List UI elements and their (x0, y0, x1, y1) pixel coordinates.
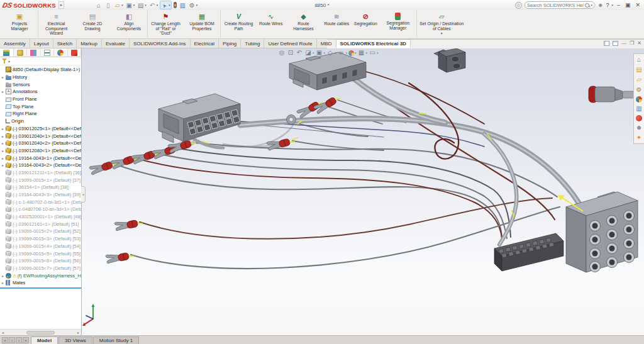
command-tab[interactable]: Piping (219, 39, 241, 48)
tree-item[interactable]: ▸ ⚠ (f) EWRoutingAssyHarness_HB( (0, 272, 81, 279)
command-tab[interactable]: MBD (317, 39, 336, 48)
scroll-right-icon[interactable]: ▸ (75, 330, 81, 335)
scroll-left-icon[interactable]: ◂ (0, 330, 6, 335)
tree-item[interactable]: ▸ ⚠ Annotations (0, 88, 81, 96)
view-tool-button[interactable]: ▾ (338, 49, 348, 57)
dropdown-arrow-icon[interactable]: ▾ (377, 51, 379, 55)
tree-item[interactable]: ▸ ⚠ (-) 039012161<1> (Default) [51] (0, 220, 81, 228)
ribbon-button[interactable]: Update BOM Properties ▾ (184, 11, 220, 38)
tree-item[interactable]: ▸ ⚠ (-) 19099-0015<6> (Default) [56] (0, 257, 81, 265)
expand-arrow-icon[interactable]: ▸ (2, 134, 6, 138)
viewport-split-icon[interactable] (604, 41, 609, 46)
manager-tab[interactable] (27, 48, 41, 57)
ribbon-button[interactable]: Set Origin / Destination of Cables ▾ (416, 11, 467, 38)
quick-access-button[interactable]: ▾ (94, 1, 103, 9)
ribbon-button[interactable]: Projects Manager ▾ (1, 11, 38, 38)
tree-item[interactable]: ▸ ⚠ (-) 19164-0043<2> (Default<<Defau (0, 162, 81, 169)
task-pane-tab[interactable] (635, 66, 643, 74)
motionbar-nav-button[interactable]: ‹ (9, 337, 15, 343)
command-tab[interactable]: Assembly (0, 39, 30, 48)
task-pane-tab[interactable] (635, 56, 643, 64)
ribbon-button[interactable]: Create 2D Drawing ▾ (74, 11, 111, 38)
quick-access-button[interactable]: ▾ (113, 1, 124, 9)
close-button[interactable]: ✕ (634, 2, 641, 8)
dropdown-arrow-icon[interactable]: ▾ (196, 3, 198, 7)
view-tool-button[interactable]: ▾ (287, 49, 294, 57)
viewport-split-horizontal-icon[interactable] (613, 41, 618, 46)
task-pane-tab[interactable] (635, 86, 643, 94)
task-pane-tab[interactable] (636, 115, 642, 121)
view-tool-button[interactable]: ▾ (316, 49, 326, 57)
restore-button[interactable]: ▣ (624, 2, 632, 8)
help-dropdown-icon[interactable]: ▾ (611, 3, 613, 7)
task-pane-tab[interactable] (635, 76, 643, 84)
help-search-box[interactable]: ▾ (525, 1, 595, 9)
tree-item[interactable]: ▸ ⚠ Top Plane (0, 103, 81, 110)
document-mode-tab[interactable]: Model (31, 336, 58, 344)
manager-tab[interactable] (54, 48, 68, 57)
tree-item[interactable]: ▸ ⚠ (-) c-0480708-10-an-3d<1> (Default (0, 206, 81, 213)
tree-item[interactable]: ▸ ⚠ Right Plane (0, 110, 81, 118)
ribbon-button[interactable]: Segregation ▾ (352, 11, 380, 38)
manager-tab[interactable] (68, 48, 82, 57)
tree-item[interactable]: ▸ ⚠ (-) 19164-0043<1> (Default<<Defau (0, 154, 81, 162)
tree-item[interactable]: ▸ ⚠ Origin (0, 118, 81, 125)
ribbon-button[interactable]: Create Routing Path ▾ (220, 11, 257, 38)
tree-item[interactable]: ▸ ⚠ Front Plane (0, 96, 81, 103)
search-dropdown-icon[interactable]: ▾ (591, 3, 592, 7)
harness-3d-scene[interactable] (82, 48, 644, 335)
help-button[interactable]: ? (606, 2, 609, 8)
dropdown-arrow-icon[interactable]: ▾ (169, 3, 170, 7)
expand-arrow-icon[interactable]: ▸ (2, 75, 6, 79)
ring-terminal[interactable] (287, 115, 296, 125)
dropdown-arrow-icon[interactable]: ▾ (145, 3, 147, 7)
dropdown-arrow-icon[interactable]: ▾ (133, 3, 135, 7)
tree-item[interactable]: ▸ ⚠ (-) 039012080<1> (Default<<Default (0, 147, 81, 155)
panel-collapse-handle[interactable]: ◂ (81, 186, 86, 203)
viewport-background[interactable] (82, 48, 644, 335)
quick-access-button[interactable]: ▾ (136, 1, 147, 9)
motionbar-nav-button[interactable]: « (2, 337, 8, 343)
tree-item[interactable]: ▸ ⚠ 8850 (Default<Display State-1>) (0, 66, 81, 74)
view-tool-button[interactable]: ▾ (369, 49, 379, 57)
motionbar-nav-button[interactable]: » (23, 337, 29, 343)
view-tool-button[interactable]: ▾ (296, 49, 303, 57)
command-tab[interactable]: SOLIDWORKS Add-Ins (130, 39, 191, 48)
tree-item[interactable]: ▸ ⚠ Mates (0, 279, 81, 287)
tree-item[interactable]: ▸ ⚠ (-) 19099-0015<5> (Default) [55] (0, 250, 81, 257)
tree-item[interactable]: ▸ ⚠ (-) 19099-0015<1> (Default) [37] (0, 176, 81, 184)
tree-item[interactable]: ▸ ⚠ (-) c-1-480702-0-bt-3d1<1> (Default (0, 198, 81, 206)
expand-arrow-icon[interactable]: ▸ (2, 156, 6, 160)
motionbar-nav-button[interactable]: › (16, 337, 22, 343)
dropdown-arrow-icon[interactable]: ▾ (441, 31, 443, 35)
tree-item[interactable]: ▸ ⚠ (-) 36154<1> (Default) [38] (0, 184, 81, 191)
search-icon[interactable] (585, 3, 589, 8)
ribbon-button[interactable]: Align Components ▾ (111, 11, 147, 38)
ribbon-button[interactable]: Electrical Component Wizard ▾ (38, 11, 74, 38)
quick-access-button[interactable]: ▾ (179, 1, 187, 9)
task-pane-tab[interactable] (635, 105, 643, 113)
view-tool-button[interactable]: ▾ (358, 49, 368, 57)
doc-minimize-button[interactable]: — (621, 40, 626, 46)
expand-arrow-icon[interactable]: ▸ (2, 163, 6, 167)
command-tab[interactable]: Layout (30, 39, 53, 48)
login-user-icon[interactable]: ☻ (597, 2, 603, 8)
dropdown-arrow-icon[interactable]: ▾ (121, 3, 123, 7)
task-pane-tab[interactable] (635, 134, 643, 141)
graphics-area[interactable]: ▾ ▾ ▾ ▾ ▾ ▾ ▾ (82, 48, 644, 335)
tree-item[interactable]: ▸ ⚠ (-) 19099-0015<4> (Default) [54] (0, 243, 81, 250)
view-tool-button[interactable]: ▾ (348, 50, 357, 56)
document-mode-tab[interactable]: 3D Views (58, 336, 92, 344)
manager-tab[interactable] (41, 48, 55, 57)
tree-item[interactable]: ▸ ⚠ (-) 19099-0015<2> (Default) [52] (0, 228, 81, 235)
minimize-button[interactable]: – (616, 2, 621, 8)
quick-access-button[interactable]: ▾ (125, 1, 136, 9)
task-pane-tab[interactable] (635, 124, 643, 131)
scrollbar-thumb[interactable] (26, 331, 54, 335)
dropdown-arrow-icon[interactable]: ▾ (324, 51, 326, 55)
tree-item[interactable]: ▸ ⚠ (-) 19164-0043<3> (Default) [39] (0, 191, 81, 199)
dropdown-arrow-icon[interactable]: ▾ (157, 3, 158, 7)
tree-item[interactable]: ▸ ⚠ (-) 19099-0015<3> (Default) [53] (0, 235, 81, 243)
tree-item[interactable]: ▸ ⚠ (-) 039012040<1> (Default<<Default (0, 132, 81, 140)
command-tab[interactable]: Tubing (241, 39, 264, 48)
